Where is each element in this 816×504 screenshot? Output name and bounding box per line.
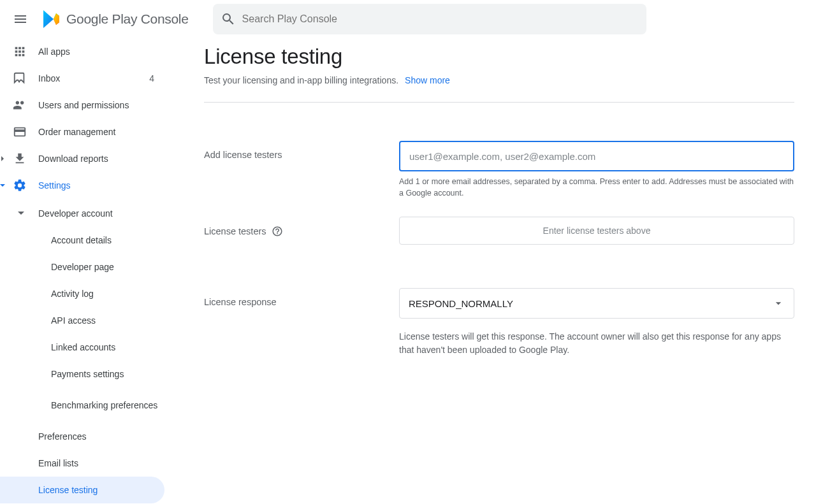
page-subtitle: Test your licensing and in-app billing i… — [204, 75, 398, 85]
nav-label: Inbox — [38, 73, 60, 83]
nav-payments-settings[interactable]: Payments settings — [0, 361, 164, 387]
nav-label: All apps — [38, 47, 70, 57]
gear-icon — [13, 178, 27, 192]
nav-inbox[interactable]: Inbox 4 — [0, 65, 164, 92]
users-icon — [13, 98, 27, 112]
nav-license-testing[interactable]: License testing — [0, 477, 164, 503]
logo-text: Google Play Console — [66, 11, 189, 27]
license-response-desc: License testers will get this response. … — [399, 330, 794, 357]
add-testers-input[interactable] — [399, 141, 794, 171]
hamburger-icon — [13, 11, 28, 27]
inbox-icon — [13, 71, 27, 85]
nav-label: Download reports — [38, 154, 108, 164]
nav-label: Developer page — [51, 262, 114, 272]
nav-benchmarking-preferences[interactable]: Benchmarking preferences — [0, 387, 164, 423]
nav-email-lists[interactable]: Email lists — [0, 450, 164, 477]
search-icon — [221, 11, 236, 27]
license-response-value: RESPOND_NORMALLY — [409, 298, 513, 309]
nav-settings[interactable]: Settings — [0, 172, 164, 199]
nav-label: Users and permissions — [38, 100, 129, 110]
search-input[interactable] — [242, 13, 641, 25]
nav-label: Settings — [38, 180, 71, 191]
nav-all-apps[interactable]: All apps — [0, 38, 164, 65]
credit-card-icon — [13, 125, 27, 139]
expand-caret-icon — [0, 155, 6, 162]
nav-label: Order management — [38, 127, 115, 137]
nav-api-access[interactable]: API access — [0, 307, 164, 334]
sidebar: All apps Inbox 4 Users and permissions O… — [0, 38, 167, 504]
nav-label: Developer account — [38, 208, 113, 219]
nav-label: Email lists — [38, 458, 78, 468]
nav-label: Linked accounts — [51, 342, 115, 352]
play-logo-icon — [41, 8, 62, 30]
main-content: License testing Test your licensing and … — [204, 45, 816, 504]
license-response-select[interactable]: RESPOND_NORMALLY — [399, 288, 794, 319]
inbox-badge: 4 — [149, 73, 154, 83]
nav-label: API access — [51, 315, 96, 326]
license-testers-label: License testers — [204, 226, 266, 236]
nav-label: License testing — [38, 485, 98, 495]
nav-download-reports[interactable]: Download reports — [0, 145, 164, 172]
nav-linked-accounts[interactable]: Linked accounts — [0, 334, 164, 361]
nav-label: Activity log — [51, 289, 94, 299]
nav-account-details[interactable]: Account details — [0, 227, 164, 254]
page-title: License testing — [204, 45, 794, 69]
download-icon — [13, 152, 27, 166]
nav-developer-page[interactable]: Developer page — [0, 254, 164, 280]
add-testers-hint: Add 1 or more email addresses, separated… — [399, 176, 794, 199]
dropdown-caret-icon — [772, 297, 785, 310]
nav-label: Benchmarking preferences — [51, 400, 157, 411]
license-response-label: License response — [204, 288, 399, 307]
nav-order-management[interactable]: Order management — [0, 119, 164, 145]
nav-developer-account[interactable]: Developer account — [0, 200, 164, 227]
nav-label: Preferences — [38, 431, 86, 442]
nav-label: Account details — [51, 235, 112, 245]
nav-label: Payments settings — [51, 369, 124, 379]
show-more-link[interactable]: Show more — [405, 75, 450, 85]
nav-preferences[interactable]: Preferences — [0, 423, 164, 450]
nav-activity-log[interactable]: Activity log — [0, 280, 164, 307]
help-icon[interactable] — [272, 226, 283, 237]
add-testers-label: Add license testers — [204, 141, 399, 160]
main-menu-button[interactable] — [5, 4, 36, 34]
nav-users-permissions[interactable]: Users and permissions — [0, 92, 164, 119]
search-bar[interactable] — [213, 4, 646, 34]
collapse-caret-icon — [15, 208, 27, 219]
divider — [204, 102, 794, 103]
apps-grid-icon — [13, 45, 27, 59]
license-testers-empty: Enter license testers above — [399, 217, 794, 245]
play-console-logo[interactable]: Google Play Console — [41, 8, 189, 30]
collapse-caret-icon — [0, 182, 6, 189]
